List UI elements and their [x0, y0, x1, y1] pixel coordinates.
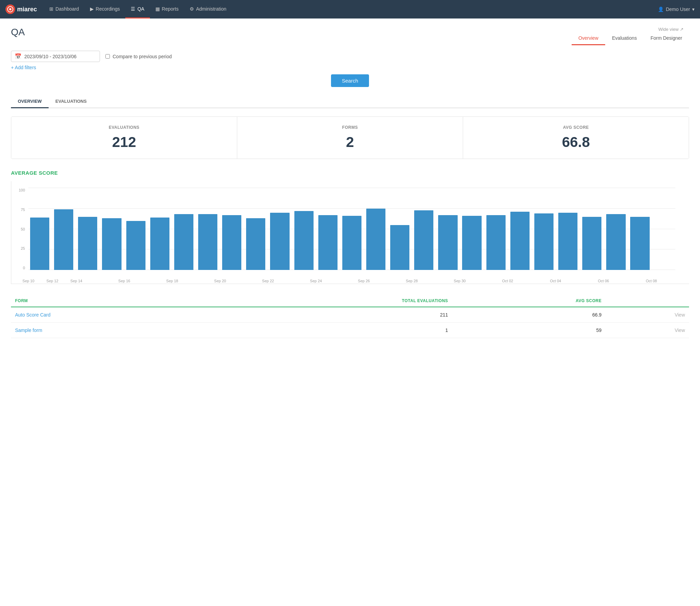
table-body: Auto Score Card21166.9ViewSample form159…: [11, 307, 689, 338]
x-label: Sep 28: [406, 279, 418, 283]
table-cell-form[interactable]: Sample form: [11, 323, 207, 338]
bar: [126, 221, 145, 270]
bar: [582, 217, 601, 270]
bar: [198, 214, 217, 270]
bar: [414, 210, 433, 270]
date-range-wrapper[interactable]: 📅: [11, 51, 100, 62]
bar-group: [365, 188, 387, 270]
col-form: FORM: [11, 295, 207, 307]
y-label-50: 50: [21, 227, 25, 231]
svg-point-1: [9, 8, 11, 10]
inner-tab-overview[interactable]: OVERVIEW: [11, 95, 49, 108]
bar-group: [293, 188, 315, 270]
nav-item-qa[interactable]: ☰ QA: [125, 0, 150, 18]
bar: [438, 215, 457, 270]
bar: [510, 212, 530, 270]
stat-label-evaluations: EVALUATIONS: [22, 125, 226, 130]
table-row: Sample form159View: [11, 323, 689, 338]
bar-group: [629, 188, 651, 270]
stat-label-forms: FORMS: [248, 125, 452, 130]
x-label: Sep 10: [23, 279, 35, 283]
x-label: Sep 30: [454, 279, 466, 283]
bar-group: [389, 188, 411, 270]
user-icon: 👤: [658, 7, 664, 12]
x-label: Sep 22: [262, 279, 274, 283]
col-total-evaluations: TOTAL EVALUATIONS: [207, 295, 452, 307]
nav-item-recordings[interactable]: ▶ Recordings: [85, 0, 126, 18]
calendar-icon: 📅: [15, 53, 22, 60]
bar: [486, 215, 506, 270]
wide-view-link[interactable]: Wide view ↗: [658, 27, 684, 32]
page-title: QA: [11, 27, 25, 38]
navbar: miarec ⊞ Dashboard ▶ Recordings ☰ QA ▦ R…: [0, 0, 700, 18]
bar-group: [149, 188, 171, 270]
date-range-input[interactable]: [24, 54, 96, 59]
table-cell-view[interactable]: View: [606, 307, 689, 323]
bar: [294, 211, 314, 270]
brand-logo-link[interactable]: miarec: [5, 4, 37, 14]
chart-bars-area: [28, 188, 675, 270]
bar-group: [196, 188, 219, 270]
x-label: Sep 16: [118, 279, 130, 283]
table-header: FORM TOTAL EVALUATIONS AVG SCORE: [11, 295, 689, 307]
bar-group: [485, 188, 507, 270]
bar: [366, 209, 385, 270]
bar: [102, 218, 121, 270]
inner-tabs: OVERVIEW EVALUATIONS: [11, 95, 689, 108]
chart-container: 100 75 50 25 0 Sep 10Sep 12Sep 14Sep 16S…: [11, 181, 689, 284]
y-label-0: 0: [23, 266, 25, 270]
x-label: Sep 12: [47, 279, 59, 283]
bar: [174, 214, 193, 270]
x-label: Oct 04: [550, 279, 561, 283]
recordings-icon: ▶: [90, 6, 94, 12]
bar-group: [100, 188, 123, 270]
chart-title: AVERAGE SCORE: [11, 170, 689, 176]
stat-card-forms: FORMS 2: [237, 117, 463, 159]
nav-label-recordings: Recordings: [96, 6, 120, 12]
nav-item-dashboard[interactable]: ⊞ Dashboard: [44, 0, 85, 18]
bar: [30, 218, 49, 270]
bar: [342, 216, 361, 270]
bar-group: [436, 188, 459, 270]
stat-value-avg-score: 66.8: [474, 134, 678, 150]
bar: [54, 209, 73, 270]
stat-card-avg-score: AVG SCORE 66.8: [463, 117, 689, 159]
bar-group: [125, 188, 147, 270]
bar-group: [412, 188, 435, 270]
tab-form-designer[interactable]: Form Designer: [644, 32, 689, 45]
qa-header: QA Wide view ↗ Overview Evaluations Form…: [11, 27, 689, 45]
compare-checkbox-input[interactable]: [105, 54, 110, 59]
x-axis: Sep 10Sep 12Sep 14Sep 16Sep 18Sep 20Sep …: [28, 271, 675, 284]
nav-item-reports[interactable]: ▦ Reports: [150, 0, 184, 18]
bar-group: [244, 188, 267, 270]
bar-group: [173, 188, 195, 270]
inner-tab-evaluations[interactable]: EVALUATIONS: [49, 95, 93, 108]
nav-items: ⊞ Dashboard ▶ Recordings ☰ QA ▦ Reports …: [44, 0, 658, 18]
bar: [222, 215, 241, 270]
nav-item-administration[interactable]: ⚙ Administration: [184, 0, 232, 18]
stat-cards: EVALUATIONS 212 FORMS 2 AVG SCORE 66.8: [11, 116, 689, 159]
stat-label-avg-score: AVG SCORE: [474, 125, 678, 130]
data-table: FORM TOTAL EVALUATIONS AVG SCORE Auto Sc…: [11, 295, 689, 338]
add-filters-link[interactable]: + Add filters: [11, 65, 689, 70]
table-cell-avg-score: 59: [452, 323, 606, 338]
x-label: Sep 18: [166, 279, 178, 283]
tab-evaluations[interactable]: Evaluations: [605, 32, 644, 45]
table-cell-form[interactable]: Auto Score Card: [11, 307, 207, 323]
user-menu[interactable]: 👤 Demo User ▾: [658, 7, 695, 12]
bar-group: [509, 188, 531, 270]
bar-group: [28, 188, 51, 270]
x-label: Sep 14: [71, 279, 82, 283]
y-label-75: 75: [21, 208, 25, 212]
bar: [558, 213, 577, 270]
search-btn-row: Search: [11, 74, 689, 87]
tab-overview[interactable]: Overview: [572, 32, 605, 45]
compare-checkbox-label[interactable]: Compare to previous period: [105, 54, 172, 59]
administration-icon: ⚙: [190, 6, 194, 12]
table-cell-view[interactable]: View: [606, 323, 689, 338]
bar-group: [461, 188, 483, 270]
x-label: Sep 20: [214, 279, 226, 283]
search-button[interactable]: Search: [331, 74, 369, 87]
bar-group: [604, 188, 627, 270]
bar-group: [52, 188, 75, 270]
